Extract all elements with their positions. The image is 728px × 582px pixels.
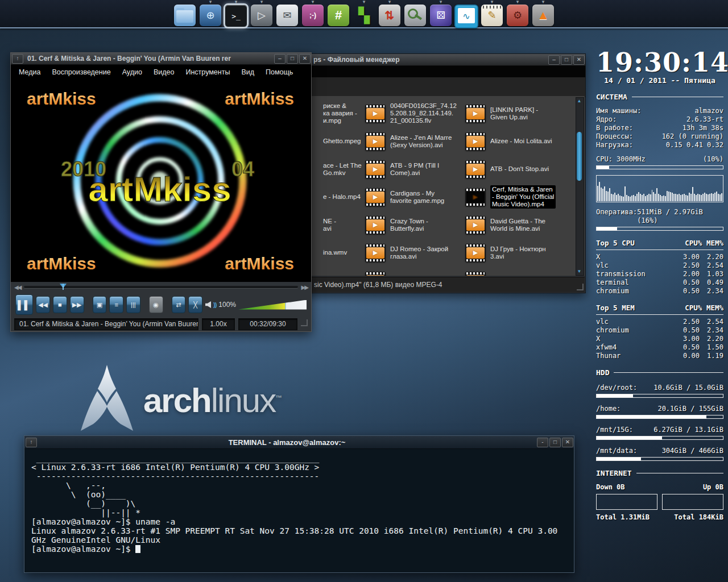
shuffle-button[interactable]: ╳ — [188, 296, 202, 313]
graph-bar — [677, 194, 678, 201]
file-item[interactable]: ▶Cerf, Mitiska & Jaren- Beggin' You (Off… — [465, 183, 571, 211]
volume-slider[interactable] — [238, 300, 307, 310]
terminal-launcher[interactable]: ▾>_ — [225, 0, 247, 27]
file-item[interactable]: ▶DJ Romeo - Закройглаза.avi — [365, 239, 463, 267]
menu-аудио[interactable]: Аудио — [117, 68, 148, 76]
irc-hash-launcher[interactable]: # — [327, 0, 350, 26]
time-display[interactable]: 00:32/09:30 — [238, 318, 297, 330]
close-button[interactable]: ✕ — [299, 54, 311, 64]
minimize-button[interactable]: - — [537, 438, 548, 447]
globe-launcher[interactable]: ▾⊕ — [199, 0, 222, 26]
green-blocks-launcher[interactable]: ▾▚ — [353, 0, 375, 26]
file-item[interactable]: ▶ATB - Don't Stop.avi — [465, 155, 571, 183]
updown-arrows-launcher[interactable]: ▾⇅ — [378, 0, 401, 26]
file-item[interactable]: ▶ — [365, 267, 463, 276]
rollup-icon[interactable]: ↑ — [12, 54, 23, 64]
monitor-waveform-launcher[interactable]: ∿ — [455, 0, 478, 28]
menu-вид[interactable]: Вид — [235, 68, 260, 76]
playlist-button[interactable]: ≡ — [109, 296, 123, 313]
graph-bar — [673, 194, 675, 201]
cpu-graph — [596, 175, 723, 202]
vlc-titlebar[interactable]: ↑ 01. Cerf & Mitiska & Jaren - Beggin' Y… — [11, 53, 311, 65]
play-arrow-launcher[interactable]: ▾▷ — [250, 0, 273, 26]
chat-smiley-launcher[interactable]: ▾;-) — [301, 0, 324, 26]
seek-back-icon[interactable]: ◀◀ — [14, 284, 20, 290]
play-icon: ▶ — [366, 192, 384, 203]
maximize-button[interactable]: □ — [549, 438, 561, 447]
previous-button[interactable]: ◀◀ — [36, 296, 50, 313]
running-indicator: ▾ — [363, 0, 366, 5]
graph-bar — [682, 194, 683, 201]
resize-grip[interactable] — [577, 284, 584, 290]
playback-rate[interactable]: 1.00x — [202, 318, 235, 330]
desktop: ▾⊕▾>_▾▷ ✉▾;-) #▾▚▾⇅ ▾⚄ ∿▾✎▾⚙▾▲ archlinux… — [0, 0, 728, 582]
file-list[interactable]: риске &ка авария -и.mpgGhetto.mpegace - … — [293, 96, 585, 276]
volume-control[interactable]: ))100% — [205, 300, 307, 310]
dice-globe-icon-glyph: ⚄ — [436, 10, 445, 20]
menu-помощь[interactable]: Помощь — [260, 68, 299, 76]
terminal-output[interactable]: ________________________________________… — [24, 449, 574, 558]
dice-globe-launcher[interactable]: ▾⚄ — [429, 0, 452, 26]
maximize-button[interactable]: □ — [561, 55, 572, 65]
maximize-button[interactable]: □ — [287, 54, 298, 64]
file-item[interactable]: ▶David Guetta - TheWorld is Mine.avi — [465, 211, 571, 239]
file-item[interactable]: ▶0040FD016C3F_74.125.208.19_82.114.149.2… — [365, 99, 463, 127]
video-file-icon: ▶ — [465, 160, 486, 178]
file-item[interactable]: ▶[LINKIN PARK] -Given Up.avi — [465, 99, 571, 127]
cpu-percent: (10%) — [703, 155, 723, 164]
notepad-pencil-launcher[interactable]: ▾✎ — [481, 0, 503, 26]
terminal-text: ________________________________________… — [31, 454, 567, 554]
vlc-cone-launcher[interactable]: ▾▲ — [532, 0, 555, 26]
resize-grip[interactable] — [301, 319, 308, 326]
menu-медиа[interactable]: Медиа — [13, 68, 46, 76]
menu-воспроизведение[interactable]: Воспроизведение — [46, 68, 116, 76]
red-utility-launcher[interactable]: ▾⚙ — [506, 0, 529, 26]
file-name-line: ina.wmv — [323, 249, 347, 256]
scroll-down-icon[interactable]: ▼ — [576, 268, 582, 275]
running-indicator — [415, 0, 416, 5]
mail-launcher[interactable]: ✉ — [276, 0, 299, 26]
graph-bar — [687, 196, 688, 201]
play-icon: ▶ — [366, 164, 384, 175]
close-button[interactable]: ✕ — [562, 438, 573, 447]
graph-bar — [656, 188, 657, 201]
close-button[interactable]: ✕ — [573, 55, 585, 65]
next-button-icon: ▶▶ — [72, 301, 82, 309]
file-name: ace - Let TheGo.mkv — [323, 162, 362, 177]
next-button[interactable]: ▶▶ — [70, 296, 84, 313]
graph-bar — [713, 194, 714, 201]
seek-slider[interactable] — [24, 286, 297, 288]
folder-launcher[interactable] — [173, 0, 196, 26]
minimize-button[interactable]: – — [548, 55, 560, 65]
fullscreen-button[interactable]: ▣ — [93, 296, 107, 313]
scrollbar-thumb[interactable] — [577, 132, 582, 181]
file-item[interactable]: ▶ATB - 9 PM (Till ICome).avi — [365, 155, 463, 183]
file-item[interactable]: ▶Alizee - Moi Lolita.avi — [465, 127, 571, 155]
stop-button[interactable]: ■ — [53, 296, 67, 313]
seek-forward-icon[interactable]: ▶▶ — [301, 284, 308, 290]
file-item[interactable]: ▶DJ Грув - Ноктюрн3.avi — [465, 239, 571, 267]
file-item[interactable]: ▶Crazy Town -Butterfly.avi — [365, 211, 463, 239]
key-launcher[interactable] — [404, 0, 427, 26]
seek-thumb[interactable] — [60, 284, 67, 288]
loop-button[interactable]: ⇄ — [172, 296, 186, 313]
play-icon: ▶ — [366, 275, 384, 276]
equalizer-button[interactable]: ||| — [126, 296, 140, 313]
file-manager-titlebar[interactable]: ps - Файловый менеджер – □ ✕ — [293, 54, 585, 66]
file-item[interactable]: ▶Alizee - J'en Ai Marre(Sexy Version).av… — [365, 127, 463, 155]
video-area[interactable]: artMkiss artMkiss artMkiss artMkiss 2010… — [11, 80, 311, 282]
scroll-up-icon[interactable]: ▲ — [576, 98, 582, 105]
file-item[interactable]: ▶Cardigans - Myfavorite game.mpg — [365, 183, 463, 211]
scrollbar[interactable]: ▲ ▼ — [576, 97, 584, 276]
menu-видео[interactable]: Видео — [148, 68, 180, 76]
pause-button[interactable]: ▌▌ — [15, 294, 33, 315]
menu-инструменты[interactable]: Инструменты — [180, 68, 235, 76]
art-issue: 04 — [231, 157, 254, 181]
file-item[interactable]: ▶ — [465, 267, 571, 276]
rollup-icon[interactable]: ↑ — [26, 438, 37, 447]
terminal-titlebar[interactable]: ↑ TERMINAL - almazov@almazov:~ - □ ✕ — [24, 436, 574, 449]
minimize-button[interactable]: – — [274, 54, 286, 64]
snapshot-button[interactable]: ◉ — [149, 296, 163, 313]
running-indicator: ▾ — [440, 0, 442, 5]
chat-smiley-icon-glyph: ;-) — [309, 12, 316, 19]
